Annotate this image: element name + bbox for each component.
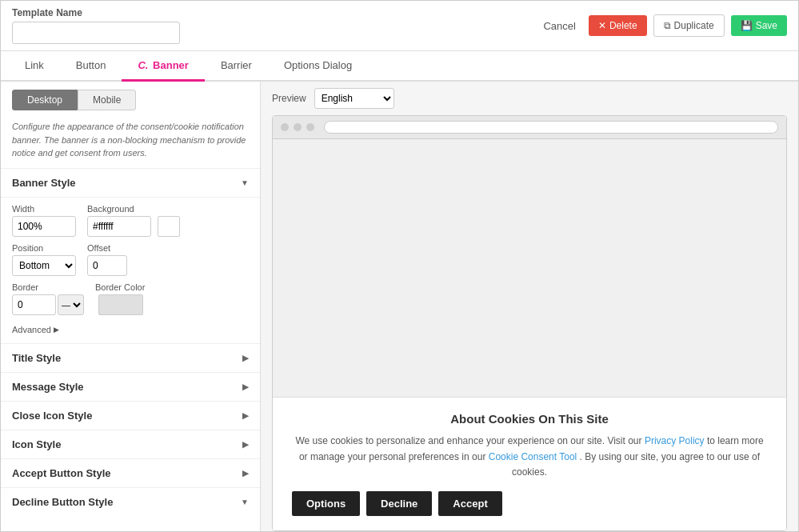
close-icon-style-header[interactable]: Close Icon Style ▶ — [1, 401, 260, 430]
decline-button[interactable]: Decline — [366, 491, 432, 516]
cancel-button[interactable]: Cancel — [537, 16, 581, 36]
browser-mockup: About Cookies On This Site We use cookie… — [272, 115, 787, 531]
browser-content: About Cookies On This Site We use cookie… — [273, 139, 786, 530]
duplicate-button[interactable]: ⧉ Duplicate — [653, 14, 725, 37]
mobile-button[interactable]: Mobile — [78, 90, 136, 110]
save-button[interactable]: 💾 Save — [731, 15, 787, 36]
device-toggle: Desktop Mobile — [1, 82, 260, 115]
background-color-row — [87, 216, 180, 237]
icon-style-arrow: ▶ — [242, 440, 249, 449]
browser-titlebar — [273, 116, 786, 139]
cookie-banner: About Cookies On This Site We use cookie… — [273, 397, 786, 530]
banner-style-header[interactable]: Banner Style ▼ — [1, 168, 260, 197]
advanced-link[interactable]: Advanced ▶ — [12, 322, 249, 335]
header-left: Template Name — [12, 7, 180, 44]
position-select[interactable]: Bottom Top — [12, 255, 76, 276]
position-label: Position — [12, 243, 76, 253]
cookie-banner-title: About Cookies On This Site — [292, 412, 767, 426]
cookie-banner-text: We use cookies to personalize and enhanc… — [292, 434, 767, 480]
width-field-group: Width — [12, 204, 76, 237]
border-color-swatch[interactable] — [98, 294, 143, 315]
tab-barrier[interactable]: Barrier — [205, 51, 268, 82]
width-input[interactable] — [12, 216, 76, 237]
duplicate-icon: ⧉ — [664, 20, 671, 31]
tab-options-dialog[interactable]: Options Dialog — [268, 51, 368, 82]
cookie-consent-link[interactable]: Cookie Consent Tool — [489, 451, 577, 462]
border-color-field-group: Border Color — [95, 282, 145, 315]
left-panel: Desktop Mobile Configure the appearance … — [1, 82, 261, 531]
tab-link[interactable]: Link — [9, 51, 60, 82]
cookie-banner-buttons: Options Decline Accept — [292, 491, 767, 516]
background-color-swatch[interactable] — [158, 216, 180, 237]
width-background-row: Width Background — [12, 204, 249, 237]
preview-language-select[interactable]: English — [314, 88, 394, 109]
header: Template Name Cancel ✕ Delete ⧉ Duplicat… — [1, 1, 798, 51]
main-container: Template Name Cancel ✕ Delete ⧉ Duplicat… — [0, 0, 799, 532]
close-icon-style-arrow: ▶ — [242, 411, 249, 420]
header-actions: Cancel ✕ Delete ⧉ Duplicate 💾 Save — [537, 14, 787, 37]
message-style-arrow: ▶ — [242, 382, 249, 391]
title-style-header[interactable]: Title Style ▶ — [1, 343, 260, 372]
preview-label: Preview — [272, 93, 306, 104]
browser-dot-2 — [294, 123, 302, 131]
advanced-arrow-icon: ▶ — [54, 326, 59, 334]
background-field-group: Background — [87, 204, 180, 237]
position-offset-row: Position Bottom Top Offset — [12, 243, 249, 276]
width-label: Width — [12, 204, 76, 214]
message-style-header[interactable]: Message Style ▶ — [1, 372, 260, 401]
offset-input[interactable] — [87, 255, 127, 276]
options-button[interactable]: Options — [292, 491, 360, 516]
tab-banner-icon: C. — [138, 59, 148, 71]
accept-button[interactable]: Accept — [438, 491, 501, 516]
banner-style-arrow: ▼ — [241, 178, 249, 187]
preview-bar: Preview English — [261, 82, 798, 115]
banner-style-content: Width Background Position — [1, 197, 260, 343]
save-icon: 💾 — [741, 20, 753, 31]
offset-label: Offset — [87, 243, 127, 253]
icon-style-header[interactable]: Icon Style ▶ — [1, 430, 260, 458]
decline-button-style-header[interactable]: Decline Button Style ▼ — [1, 487, 260, 516]
border-color-row — [95, 294, 145, 315]
desktop-button[interactable]: Desktop — [12, 90, 78, 110]
delete-icon: ✕ — [598, 20, 606, 31]
template-name-input[interactable] — [12, 22, 180, 44]
accept-button-style-arrow: ▶ — [242, 469, 249, 478]
border-input[interactable] — [12, 294, 56, 315]
template-name-label: Template Name — [12, 7, 180, 18]
title-style-arrow: ▶ — [242, 354, 249, 362]
tab-banner[interactable]: C. Banner — [122, 51, 204, 82]
content-area: Desktop Mobile Configure the appearance … — [1, 82, 798, 531]
background-input[interactable] — [87, 216, 151, 237]
right-panel: Preview English About Cookies On This Si… — [261, 82, 798, 531]
offset-field-group: Offset — [87, 243, 127, 276]
position-field-group: Position Bottom Top — [12, 243, 76, 276]
decline-button-style-arrow: ▼ — [241, 498, 249, 506]
border-select[interactable]: — — [58, 294, 84, 315]
border-field-group: Border — — [12, 282, 84, 315]
browser-dot-3 — [306, 123, 314, 131]
privacy-policy-link[interactable]: Privacy Policy — [645, 435, 705, 446]
delete-button[interactable]: ✕ Delete — [589, 15, 647, 36]
browser-dot-1 — [281, 123, 289, 131]
accept-button-style-header[interactable]: Accept Button Style ▶ — [1, 458, 260, 487]
description-text: Configure the appearance of the consent/… — [1, 115, 260, 168]
tabs-bar: Link Button C. Banner Barrier Options Di… — [1, 51, 798, 82]
border-color-label: Border Color — [95, 282, 145, 292]
border-row: Border — Border Color — [12, 282, 249, 315]
browser-urlbar — [324, 121, 778, 134]
background-label: Background — [87, 204, 180, 214]
border-label: Border — [12, 282, 84, 292]
tab-button[interactable]: Button — [60, 51, 122, 82]
